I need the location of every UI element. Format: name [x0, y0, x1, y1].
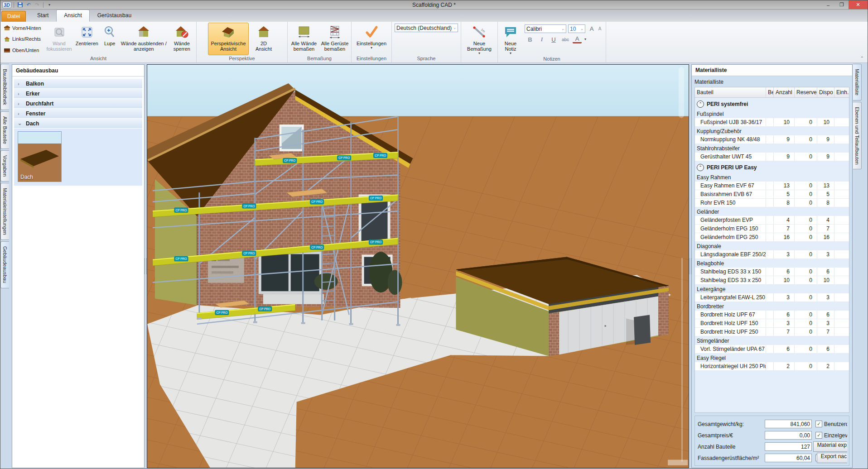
thumbnail-label: Dach — [20, 174, 33, 180]
dimension-scaffolds-button[interactable]: Alle Gerüste bemaßen — [320, 23, 350, 55]
strikethrough-button[interactable]: abc — [561, 35, 570, 43]
right-tab-materialliste[interactable]: Materialliste — [853, 64, 862, 100]
column-reserve[interactable]: Reserve — [795, 87, 817, 97]
summary-value-input[interactable] — [765, 442, 812, 451]
close-button[interactable]: ✕ — [849, 0, 868, 9]
chevron-down-icon: ⌄ — [18, 120, 22, 126]
new-note-button[interactable]: Neue Notiz ▾ — [499, 23, 522, 56]
cell-anzahl: 6 — [774, 345, 795, 353]
collapse-chevron-icon[interactable]: ⌃ — [697, 164, 704, 171]
lock-walls-button[interactable]: Wände sperren — [169, 23, 195, 55]
accordion-durchfahrt[interactable]: › Durchfahrt — [14, 99, 142, 109]
grow-font-button[interactable]: A — [587, 25, 596, 33]
tab-start[interactable]: Start — [29, 10, 56, 22]
window-title: Scaffolding CAD * — [0, 2, 868, 8]
table-row[interactable]: Leitergangtafel EAW-L 250303 — [695, 293, 849, 302]
sidebar-tab-vorgaben[interactable]: Vorgaben — [0, 150, 9, 182]
table-row[interactable]: Fußspindel UJB 38-36/1710010 — [695, 118, 849, 127]
table-row[interactable]: Geländerholm EPG 25016016 — [695, 233, 849, 242]
restore-button[interactable]: ❐ — [835, 0, 849, 9]
accordion-fenster[interactable]: › Fenster — [14, 109, 142, 119]
shrink-font-button[interactable]: A — [595, 25, 604, 33]
ribbon-tab-row: Datei Start Ansicht Gerüstausbau — [0, 10, 868, 22]
accordion-erker[interactable]: › Erker — [14, 89, 142, 99]
checkbox-icon[interactable]: ✓ — [815, 432, 822, 439]
font-name-combo[interactable]: Calibri ⌄ — [525, 24, 566, 33]
font-size-combo[interactable]: 10 ⌄ — [568, 24, 585, 33]
material-group-header[interactable]: ⌃PERI PERI UP Easy — [695, 161, 849, 173]
tab-datei[interactable]: Datei — [1, 11, 26, 22]
summary-label: Fassadengerüstfläche/m² — [698, 455, 765, 461]
2d-view-button[interactable]: 2D Ansicht — [251, 23, 276, 55]
view-left-right-button[interactable]: Links/Rechts — [3, 35, 44, 43]
summary-action-button[interactable]: Export nac — [817, 453, 847, 463]
table-row[interactable]: Horizontalriegel UH 250 Plus202 — [695, 362, 849, 371]
3d-viewport[interactable]: CP PROCP PROCP PROCP PROCP PROCP PROCP P… — [147, 64, 689, 468]
underline-button[interactable]: U — [549, 35, 558, 43]
table-row[interactable]: Stahlbelag EDS 33 x 150606 — [695, 268, 849, 276]
collapse-ribbon-icon[interactable]: ⌃ — [860, 56, 864, 61]
cell-dispo: 7 — [817, 328, 834, 336]
view-front-back-button[interactable]: Vorne/Hinten — [3, 24, 44, 32]
settings-button[interactable]: Einstellungen ▾ — [353, 23, 390, 55]
summary-action-button[interactable]: Material exp — [813, 441, 847, 452]
bold-button[interactable]: B — [526, 35, 535, 43]
table-row[interactable]: Gerüsthalter UWT 45909 — [695, 153, 849, 161]
column-dispo[interactable]: Dispo — [817, 87, 834, 97]
cell-be — [766, 276, 774, 284]
accordion-balkon[interactable]: › Balkon — [14, 79, 142, 89]
cell-einh — [834, 216, 849, 224]
table-row[interactable]: Bordbrett Holz UPF 150303 — [695, 319, 849, 328]
language-dropdown[interactable]: Deutsch (Deutschland) ⌄ — [395, 24, 458, 32]
collapse-chevron-icon[interactable]: ⌃ — [697, 100, 704, 108]
tab-geruestausbau[interactable]: Gerüstausbau — [90, 10, 139, 22]
column-anzahl[interactable]: Anzahl — [774, 87, 795, 97]
top-bottom-icon — [4, 47, 10, 53]
cell-dispo: 7 — [817, 225, 834, 233]
perspective-view-button[interactable]: Perspektivische Ansicht — [208, 23, 249, 55]
column-einh[interactable]: Einh. — [834, 87, 849, 97]
table-row[interactable]: Längsdiagonale EBF 250/200303 — [695, 250, 849, 259]
column-be[interactable]: Be — [766, 87, 774, 97]
new-dimension-button[interactable]: 1m Neue Bemaßung ▾ — [463, 23, 496, 56]
dach-thumbnail[interactable]: Dach — [18, 131, 62, 182]
sidebar-tab-bauteilbibliothek[interactable]: Bauteilbibliothek — [0, 64, 9, 110]
accordion-dach[interactable]: ⌄ Dach — [14, 119, 142, 129]
material-group-header[interactable]: ⌃PERI systemfrei — [695, 98, 849, 110]
chevron-down-icon: ⌄ — [561, 27, 564, 31]
hide-show-walls-button[interactable]: Wände ausblenden / anzeigen — [119, 23, 169, 55]
table-row[interactable]: Normkupplung NK 48/48909 — [695, 135, 849, 144]
table-row[interactable]: Bordbrett Holz UPF 250707 — [695, 328, 849, 336]
table-row[interactable]: Stahlbelag EDS 33 x 25010010 — [695, 276, 849, 285]
summary-value-input[interactable] — [765, 431, 812, 440]
table-row[interactable]: Rohr EVR 150808 — [695, 199, 849, 207]
dimension-walls-button[interactable]: Alle Wände bemaßen — [289, 23, 319, 55]
focus-wall-button[interactable]: Wand fokussieren — [45, 23, 73, 55]
group-label-notizen: Notizen — [498, 56, 606, 62]
zoom-slider[interactable] — [679, 67, 684, 118]
sidebar-tab-materialeinstellungen[interactable]: Materialeinstellungen — [0, 183, 9, 240]
table-row[interactable]: Vorl. Stirngeländer UPA 67606 — [695, 345, 849, 354]
font-color-button[interactable]: A — [573, 36, 582, 43]
table-row[interactable]: Bordbrett Holz UPF 67606 — [695, 311, 849, 319]
sidebar-tab-alle-bauteile[interactable]: Alle Bauteile — [0, 111, 9, 149]
ribbon-group-neue-bemassung: 1m Neue Bemaßung ▾ — [461, 22, 498, 62]
checkbox-icon[interactable]: ✓ — [815, 421, 822, 427]
sidebar-tab-gebaeudeausbau[interactable]: Gebäudeausbau — [0, 241, 9, 288]
magnifier-button[interactable]: Lupe — [101, 23, 119, 55]
cell-einh — [834, 233, 849, 241]
minimize-button[interactable]: – — [821, 0, 835, 9]
tab-ansicht[interactable]: Ansicht — [56, 10, 89, 22]
cell-anzahl: 13 — [774, 182, 795, 190]
right-tab-ebenen[interactable]: Ebenen und Teilaufbauten — [853, 102, 862, 170]
table-row[interactable]: Easy Rahmen EVF 6713013 — [695, 182, 849, 190]
table-row[interactable]: Geländerpfosten EVP404 — [695, 216, 849, 225]
summary-value-input[interactable] — [765, 420, 812, 428]
summary-value-input[interactable] — [765, 454, 812, 462]
view-top-bottom-button[interactable]: Oben/Unten — [3, 46, 44, 54]
table-row[interactable]: Geländerholm EPG 150707 — [695, 225, 849, 233]
column-bauteil[interactable]: Bauteil — [695, 87, 766, 97]
table-row[interactable]: Basisrahmen EVB 67505 — [695, 190, 849, 199]
center-button[interactable]: Zentrieren — [73, 23, 100, 55]
italic-button[interactable]: I — [537, 35, 546, 43]
